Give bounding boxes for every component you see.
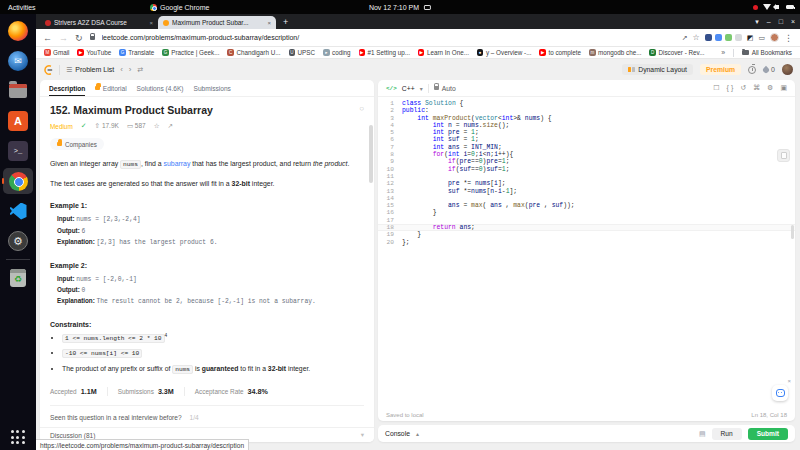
code-line[interactable]: 13 suf *=nums[n-i-1];	[378, 188, 795, 195]
code-line[interactable]: 10 if(suf==0)suf=1;	[378, 166, 795, 173]
code-line[interactable]: 16 }	[378, 209, 795, 216]
code-line[interactable]: 8 for(int i=0;i<n;i++){	[378, 151, 795, 158]
shortcuts-icon[interactable]: ⌘	[753, 84, 760, 92]
extension-icon-1[interactable]	[705, 34, 712, 41]
code-line[interactable]: 2public:	[378, 107, 795, 114]
code-line[interactable]: 17	[378, 217, 795, 224]
submit-button[interactable]: Submit	[748, 428, 788, 440]
browser-tab[interactable]: Strivers A2Z DSA Course×	[40, 16, 158, 29]
focused-app-indicator[interactable]: Google Chrome	[150, 4, 209, 11]
subarray-link[interactable]: subarray	[164, 160, 191, 167]
tab-editorial[interactable]: Editorial	[95, 80, 126, 96]
bookmark-item[interactable]: ▸coding	[323, 49, 351, 56]
dock-item-settings[interactable]: ⚙	[3, 228, 33, 254]
code-line[interactable]: 12 pre *= nums[i];	[378, 180, 795, 187]
profile-avatar[interactable]	[770, 33, 779, 42]
code-line[interactable]: 9 if(pre==0)pre=1;	[378, 158, 795, 165]
dock-item-terminal[interactable]: >_	[3, 138, 33, 164]
tab-submissions[interactable]: Submissions	[194, 80, 231, 96]
notebook-icon[interactable]: ☐	[713, 84, 719, 92]
ai-assistant-button[interactable]	[772, 385, 788, 401]
difficulty-badge[interactable]: Medium	[50, 123, 73, 130]
menu-icon[interactable]: ⋮	[784, 33, 793, 43]
bookmark-star-icon[interactable]: ☆	[693, 33, 700, 42]
new-tab-button[interactable]: +	[276, 16, 295, 29]
format-braces-icon[interactable]: { }	[727, 84, 734, 92]
prev-problem-button[interactable]: ‹	[120, 65, 123, 74]
likes-button[interactable]: ⇧ 17.9K	[95, 122, 119, 130]
language-selector[interactable]: C++	[402, 85, 415, 92]
user-avatar[interactable]	[782, 64, 793, 75]
premium-button[interactable]: Premium	[700, 64, 741, 75]
tab-solutions[interactable]: Solutions (4.6K)	[137, 80, 184, 96]
share-icon[interactable]: ↗	[168, 122, 173, 130]
code-line[interactable]: 5 int pre = 1;	[378, 129, 795, 136]
extension-icon-2[interactable]	[715, 34, 722, 41]
leetcode-logo-icon[interactable]	[43, 64, 53, 76]
share-icon[interactable]: ↗	[682, 34, 688, 42]
code-line[interactable]: 20};	[378, 239, 795, 246]
clock[interactable]: Nov 12 7:10 PM	[369, 4, 431, 11]
back-button[interactable]: ←	[43, 33, 52, 43]
code-area[interactable]: 1class Solution {2public:3 int maxProduc…	[378, 97, 795, 408]
auto-mode-toggle[interactable]: Auto	[434, 85, 456, 92]
panel-scrollbar[interactable]	[369, 125, 373, 183]
site-security-lock-icon[interactable]	[90, 36, 95, 40]
notes-icon[interactable]: ▤	[699, 430, 706, 438]
maximize-button[interactable]: □	[779, 18, 783, 25]
dock-item-vscode[interactable]	[3, 198, 33, 224]
fullscreen-icon[interactable]: ▣	[780, 84, 787, 92]
dynamic-layout-button[interactable]: Dynamic Layout	[622, 64, 693, 75]
tab-search-chevron-icon[interactable]: ▾	[755, 18, 759, 26]
code-line[interactable]: 7 int ans = INT_MIN;	[378, 144, 795, 151]
console-toggle[interactable]: Console	[385, 430, 410, 437]
shuffle-icon[interactable]: ⇄	[138, 66, 144, 74]
bookmark-item[interactable]: MGmail	[44, 49, 69, 56]
code-line[interactable]: 1class Solution {	[378, 100, 795, 107]
dock-item-files[interactable]	[3, 78, 33, 104]
activities-button[interactable]: Activities	[8, 4, 36, 11]
extension-icon-4[interactable]	[735, 34, 742, 41]
tab-close-icon[interactable]: ×	[147, 20, 153, 26]
bookmark-item[interactable]: ▶Learn In One...	[418, 49, 469, 56]
bookmark-item[interactable]: GPractice | Geek...	[162, 49, 219, 56]
dock-item-show-apps[interactable]	[3, 424, 33, 450]
tab-groups-icon[interactable]: ▭	[758, 34, 765, 42]
reset-code-icon[interactable]: ↺	[740, 84, 746, 92]
bookmark-item[interactable]: CChandigarh U...	[227, 49, 280, 56]
dock-item-trash[interactable]: ♻	[3, 265, 33, 291]
editor-scrollbar[interactable]	[791, 225, 794, 239]
progress-circle-icon[interactable]: ○	[359, 104, 364, 113]
close-icon[interactable]: ×	[787, 378, 791, 384]
extension-icon-3[interactable]	[725, 34, 732, 41]
bookmark-item[interactable]: GTranslate	[119, 49, 154, 56]
bookmark-item[interactable]: ▶to complete	[539, 49, 581, 56]
code-line[interactable]: 14	[378, 195, 795, 202]
editor-settings-icon[interactable]: ⚙	[767, 84, 773, 92]
comments-button[interactable]: ▭ 587	[127, 122, 146, 130]
bookmark-item[interactable]: ▶YouTube	[77, 49, 111, 56]
code-line[interactable]: 15 ans = max( ans , max(pre , suf));	[378, 202, 795, 209]
tab-close-icon[interactable]: ×	[265, 20, 271, 26]
timer-icon[interactable]	[748, 66, 756, 74]
bookmark-item[interactable]: UUPSC	[289, 49, 316, 56]
code-line[interactable]: 6 int suf = 1;	[378, 136, 795, 143]
bookmark-item[interactable]: ▶#1 Setting up...	[359, 49, 410, 56]
problem-list-button[interactable]: ☰ Problem List	[66, 66, 114, 74]
code-line[interactable]: 19 }	[378, 231, 795, 238]
next-problem-button[interactable]: ›	[129, 65, 132, 74]
bookmark-item[interactable]: DDiscover - Rev...	[649, 49, 704, 56]
extensions-puzzle-icon[interactable]: ◩	[747, 34, 754, 42]
code-line[interactable]: 3 int maxProduct(vector<int>& nums) {	[378, 115, 795, 122]
bookmark-item[interactable]: mmongodb che...	[589, 49, 641, 56]
code-line[interactable]: 18 return ans;	[378, 224, 795, 231]
code-line[interactable]: 4 int n = nums.size();	[378, 122, 795, 129]
sticky-note-widget[interactable]	[777, 149, 790, 162]
bookmarks-overflow-button[interactable]: »	[721, 49, 725, 56]
address-bar[interactable]: leetcode.com/problems/maximum-product-su…	[102, 34, 675, 41]
run-button[interactable]: Run	[712, 428, 742, 440]
code-line[interactable]: 11	[378, 173, 795, 180]
forward-button[interactable]: →	[59, 33, 68, 43]
browser-tab[interactable]: Maximum Product Subar...×	[158, 16, 276, 29]
minimize-button[interactable]: –	[767, 18, 771, 25]
